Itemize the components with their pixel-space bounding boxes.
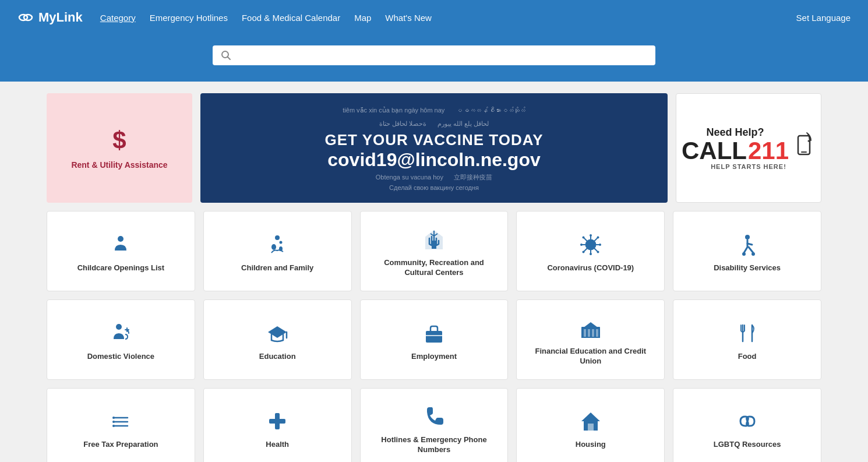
category-financial[interactable]: Financial Education and Credit Union (516, 299, 665, 380)
category-employment[interactable]: Employment (360, 299, 509, 380)
category-community[interactable]: Community, Recreation and Cultural Cente… (360, 211, 509, 291)
community-icon (422, 228, 446, 251)
svg-point-10 (280, 241, 283, 244)
call211-banner[interactable]: Need Help? CALL 211 (676, 93, 821, 203)
vaccine-bottom2: Сделай свою вакцину сегодня (389, 184, 479, 191)
svg-point-31 (745, 235, 750, 239)
nav-food-medical[interactable]: Food & Medical Calendar (242, 13, 340, 23)
category-lgbtq[interactable]: LGBTQ Resources (673, 388, 821, 462)
svg-line-25 (594, 238, 597, 241)
search-section (0, 35, 868, 82)
category-food[interactable]: Food (673, 299, 821, 380)
set-language-link[interactable]: Set Language (796, 13, 851, 23)
svg-point-18 (590, 253, 592, 255)
svg-point-8 (275, 235, 280, 240)
rent-banner-label: Rent & Utility Assistance (71, 160, 167, 170)
svg-point-50 (112, 421, 115, 423)
svg-point-6 (808, 140, 810, 142)
employment-label: Employment (411, 352, 457, 362)
category-domestic-violence[interactable]: Domestic Violence (47, 299, 195, 380)
education-label: Education (259, 352, 296, 362)
svg-line-27 (584, 248, 587, 251)
svg-point-30 (597, 251, 599, 253)
svg-point-49 (112, 417, 115, 419)
lgbtq-icon (736, 410, 759, 433)
childcare-icon (109, 233, 132, 256)
category-housing[interactable]: Housing (516, 388, 665, 462)
category-childcare-openings[interactable]: Childcare Openings List (47, 211, 195, 291)
svg-line-23 (584, 238, 587, 241)
svg-rect-43 (581, 337, 600, 338)
housing-label: Housing (576, 440, 606, 450)
category-grid-row3: Free Tax Preparation Health Hotlines & E… (47, 388, 821, 462)
wifi-phone-icon (792, 130, 816, 159)
search-bar (213, 45, 655, 65)
tax-label: Free Tax Preparation (83, 440, 158, 450)
coronavirus-label: Coronavirus (COVID-19) (547, 263, 634, 273)
category-grid-row2: Domestic Violence Education Employment (47, 299, 821, 380)
category-hotlines[interactable]: Hotlines & Emergency Phone Numbers (360, 388, 509, 462)
svg-point-26 (597, 236, 599, 238)
svg-point-24 (582, 236, 584, 238)
childcare-openings-label: Childcare Openings List (77, 263, 165, 273)
health-icon (266, 410, 289, 433)
financial-icon (579, 316, 602, 340)
food-label: Food (738, 352, 757, 362)
main-content: $ Rent & Utility Assistance tiêm vắc xin… (0, 82, 868, 462)
svg-point-51 (112, 425, 115, 427)
svg-line-29 (594, 248, 597, 251)
call211-content: Need Help? CALL 211 (682, 126, 816, 170)
header-left: MyLink Category Emergency Hotlines Food … (17, 9, 432, 26)
call211-number: 211 (748, 139, 789, 163)
main-nav: Category Emergency Hotlines Food & Medic… (100, 13, 432, 23)
svg-point-32 (742, 252, 746, 256)
food-icon (736, 322, 759, 345)
svg-point-34 (116, 324, 122, 330)
dollar-icon: $ (112, 126, 126, 154)
category-coronavirus[interactable]: Coronavirus (COVID-19) (516, 211, 665, 291)
nav-emergency-hotlines[interactable]: Emergency Hotlines (150, 13, 228, 23)
svg-rect-42 (596, 329, 598, 337)
category-health[interactable]: Health (203, 388, 352, 462)
logo[interactable]: MyLink (17, 9, 83, 26)
domestic-violence-icon (109, 322, 132, 345)
svg-point-22 (599, 244, 601, 246)
education-icon (266, 322, 289, 345)
financial-label: Financial Education and Credit Union (526, 347, 655, 366)
employment-icon (422, 322, 446, 345)
svg-rect-53 (269, 419, 285, 424)
call211-sub: HELP STARTS HERE! (711, 163, 786, 170)
search-input[interactable] (237, 50, 647, 61)
category-education[interactable]: Education (203, 299, 352, 380)
vaccine-banner[interactable]: tiêm vắc xin của bạn ngày hôm nay ပဓကတန်… (200, 93, 668, 203)
disability-icon (736, 233, 759, 256)
community-label: Community, Recreation and Cultural Cente… (370, 258, 499, 278)
svg-rect-41 (592, 329, 594, 337)
nav-map[interactable]: Map (354, 13, 371, 23)
nav-category[interactable]: Category (100, 13, 136, 23)
hotlines-icon (422, 405, 446, 428)
rent-utility-banner[interactable]: $ Rent & Utility Assistance (47, 93, 192, 203)
tax-icon (109, 410, 132, 433)
svg-point-9 (271, 244, 276, 250)
vaccine-bottom: Obtenga su vacuna hoy 立即接种疫苗 (376, 173, 493, 182)
svg-line-3 (228, 57, 231, 60)
vaccine-email: covid19@lincoln.ne.gov (327, 149, 541, 171)
logo-icon (17, 9, 34, 26)
category-children-family[interactable]: Children and Family (203, 211, 352, 291)
svg-point-7 (118, 236, 124, 242)
search-icon (221, 50, 231, 61)
header: MyLink Category Emergency Hotlines Food … (0, 0, 868, 35)
svg-rect-39 (584, 329, 586, 337)
category-tax[interactable]: Free Tax Preparation (47, 388, 195, 462)
children-family-label: Children and Family (241, 263, 313, 273)
hotlines-label: Hotlines & Emergency Phone Numbers (370, 435, 499, 455)
domestic-violence-label: Domestic Violence (87, 352, 154, 362)
svg-rect-36 (426, 331, 442, 343)
category-grid-row1: Childcare Openings List Children and Fam… (47, 211, 821, 291)
svg-point-16 (590, 234, 592, 237)
vaccine-title: GET YOUR VACCINE TODAY (325, 131, 544, 149)
svg-point-20 (580, 244, 583, 246)
category-disability[interactable]: Disability Services (673, 211, 821, 291)
nav-whats-new[interactable]: What's New (385, 13, 432, 23)
